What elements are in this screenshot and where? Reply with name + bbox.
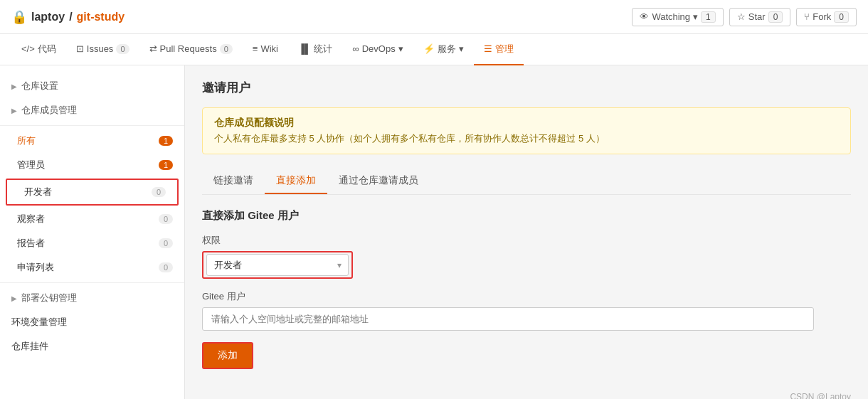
watching-label: Watching [652,11,690,22]
chevron-down-icon: ▾ [693,11,698,22]
pr-badge: 0 [220,44,233,54]
sidebar-item-repo-hooks[interactable]: 仓库挂件 [0,334,184,358]
star-count: 0 [768,11,783,23]
notice-box: 仓库成员配额说明 个人私有仓库最多支持 5 人协作（如个人拥有多个私有仓库，所有… [202,107,851,154]
sidebar-group-repo-settings[interactable]: ▶ 仓库设置 [0,74,184,98]
management-icon: ☰ [484,43,492,54]
select-wrapper: 开发者 管理员 观察者 报告者 ▾ [202,251,353,279]
nav-tabs: </> 代码 ⊡ Issues 0 ⇄ Pull Requests 0 ≡ Wi… [0,34,868,65]
tab-stats[interactable]: ▐▌ 统计 [288,34,342,65]
permission-select[interactable]: 开发者 管理员 观察者 报告者 [206,254,349,276]
section-title: 直接添加 Gitee 用户 [202,209,851,223]
sidebar-group-deploy-keys[interactable]: ▶ 部署公钥管理 [0,286,184,310]
sidebar-item-env-vars[interactable]: 环境变量管理 [0,310,184,334]
watching-button[interactable]: 👁 Watching ▾ 1 [632,8,723,26]
reporter-badge: 0 [159,238,173,248]
star-button[interactable]: ☆ Star 0 [729,8,791,26]
gitee-user-label: Gitee 用户 [202,290,851,303]
divider-1 [0,125,184,126]
divider-2 [0,282,184,283]
tab-issues[interactable]: ⊡ Issues 0 [66,34,139,65]
repo-name[interactable]: git-study [77,11,125,23]
services-icon: ⚡ [423,43,435,54]
sidebar-group-member-management[interactable]: ▶ 仓库成员管理 [0,98,184,122]
fork-button[interactable]: ⑂ Fork 0 [796,8,857,26]
main-layout: ▶ 仓库设置 ▶ 仓库成员管理 所有 1 管理员 1 开发者 0 观察者 0 报… [0,65,868,399]
sub-tab-repo-invite[interactable]: 通过仓库邀请成员 [327,169,430,194]
fork-label: Fork [813,11,831,22]
devops-icon: ∞ [352,43,359,54]
sidebar-item-all[interactable]: 所有 1 [0,129,184,153]
permission-label: 权限 [202,234,851,247]
chevron-right-icon-2: ▶ [11,107,17,115]
chevron-right-icon-3: ▶ [11,294,17,302]
gitee-user-input[interactable] [202,307,814,331]
tab-management[interactable]: ☰ 管理 [474,34,524,65]
permission-form-group: 权限 开发者 管理员 观察者 报告者 ▾ [202,234,851,279]
stats-icon: ▐▌ [298,43,311,54]
footer-watermark: CSDN @Laptoy [185,383,868,399]
tab-wiki[interactable]: ≡ Wiki [243,34,288,65]
main-content: 邀请用户 仓库成员配额说明 个人私有仓库最多支持 5 人协作（如个人拥有多个私有… [185,65,868,383]
gitee-user-form-group: Gitee 用户 [202,290,851,331]
tab-devops[interactable]: ∞ DevOps ▾ [342,34,413,65]
admin-badge: 1 [159,160,173,170]
content-wrapper: 邀请用户 仓库成员配额说明 个人私有仓库最多支持 5 人协作（如个人拥有多个私有… [185,65,868,399]
sidebar: ▶ 仓库设置 ▶ 仓库成员管理 所有 1 管理员 1 开发者 0 观察者 0 报… [0,65,185,399]
eye-icon: 👁 [640,11,649,22]
repo-owner[interactable]: laptoy [31,11,65,23]
tab-pull-requests[interactable]: ⇄ Pull Requests 0 [139,34,243,65]
sidebar-item-reporter[interactable]: 报告者 0 [0,231,184,255]
add-button-wrapper: 添加 [202,342,851,369]
star-label: Star [748,11,766,22]
issues-badge: 0 [116,44,129,54]
separator: / [69,11,72,23]
all-badge: 1 [159,136,173,146]
fork-count: 0 [834,11,849,23]
star-icon: ☆ [737,11,746,22]
watching-count: 1 [701,11,716,23]
pr-icon: ⇄ [149,43,157,54]
sub-tabs: 链接邀请 直接添加 通过仓库邀请成员 [202,169,851,195]
lock-icon: 🔒 [11,9,27,25]
chevron-right-icon: ▶ [11,83,17,90]
header-actions: 👁 Watching ▾ 1 ☆ Star 0 ⑂ Fork 0 [632,8,857,26]
top-header: 🔒 laptoy / git-study 👁 Watching ▾ 1 ☆ St… [0,0,868,34]
observer-badge: 0 [159,214,173,224]
sidebar-item-observer[interactable]: 观察者 0 [0,207,184,231]
sidebar-item-developer[interactable]: 开发者 0 [6,179,179,206]
sidebar-item-apply-list[interactable]: 申请列表 0 [0,255,184,280]
apply-list-badge: 0 [159,262,173,272]
tab-code[interactable]: </> 代码 [11,34,66,65]
issues-icon: ⊡ [76,43,84,54]
notice-text: 个人私有仓库最多支持 5 人协作（如个人拥有多个私有仓库，所有协作人数总计不得超… [214,132,839,145]
repo-title: 🔒 laptoy / git-study [11,9,125,25]
notice-title: 仓库成员配额说明 [214,117,839,129]
wiki-icon: ≡ [253,43,258,54]
page-title: 邀请用户 [202,80,851,96]
add-button[interactable]: 添加 [202,342,253,369]
sub-tab-direct-add[interactable]: 直接添加 [265,169,327,194]
tab-services[interactable]: ⚡ 服务 ▾ [413,34,474,65]
sub-tab-link-invite[interactable]: 链接邀请 [202,169,265,194]
code-icon: </> [21,43,35,54]
fork-icon: ⑂ [804,11,810,22]
developer-badge: 0 [152,187,166,197]
sidebar-item-admin[interactable]: 管理员 1 [0,153,184,177]
